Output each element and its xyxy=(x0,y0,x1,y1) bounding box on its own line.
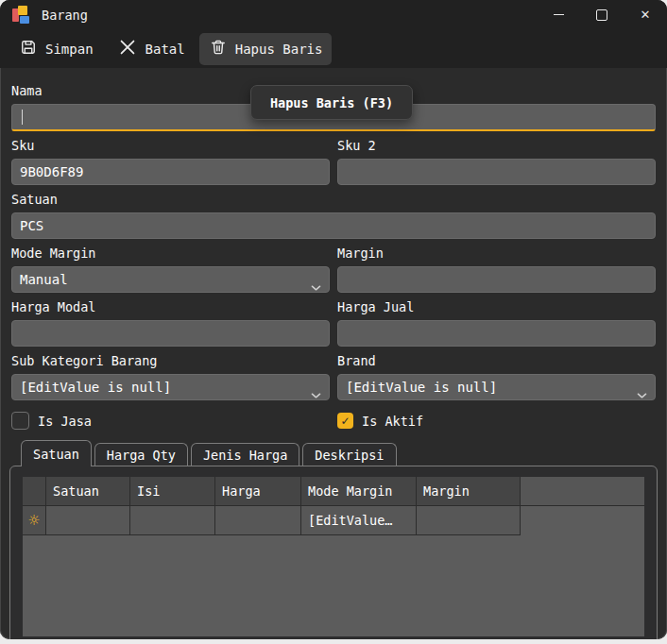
x-icon xyxy=(117,37,138,60)
grid-cell-harga[interactable] xyxy=(215,506,301,535)
mode-margin-dropdown[interactable]: Manual xyxy=(11,266,330,293)
sku-label: Sku xyxy=(11,139,330,152)
app-icon-blue-square xyxy=(20,16,29,24)
tooltip-hapus-baris: Hapus Baris (F3) xyxy=(250,85,413,120)
simpan-button-label: Simpan xyxy=(45,42,94,57)
satuan-label: Satuan xyxy=(11,193,656,206)
grid-cell-mode-margin[interactable]: [EditValue… xyxy=(301,506,417,535)
is-jasa-label: Is Jasa xyxy=(38,414,92,429)
grid-cell-margin[interactable] xyxy=(417,506,521,535)
chevron-down-icon xyxy=(311,275,321,293)
sub-kategori-label: Sub Kategori Barang xyxy=(11,354,330,367)
harga-modal-input[interactable] xyxy=(11,320,330,347)
satuan-grid: Satuan Isi Harga Mode Margin Margin ☼ [E… xyxy=(23,477,644,636)
is-aktif-label: Is Aktif xyxy=(362,414,423,429)
grid-col-margin[interactable]: Margin xyxy=(417,477,521,506)
satuan-input[interactable]: PCS xyxy=(11,212,656,239)
mode-margin-label: Mode Margin xyxy=(11,246,330,260)
brand-dropdown[interactable]: [EditValue is null] xyxy=(337,374,656,400)
grid-cell-satuan[interactable] xyxy=(46,506,130,535)
tab-strip: Satuan Harga Qty Jenis Harga Deskripsi xyxy=(11,440,656,466)
titlebar: Barang ✕ xyxy=(0,0,667,29)
batal-button-label: Batal xyxy=(145,42,185,57)
tab-satuan[interactable]: Satuan xyxy=(21,440,92,466)
is-jasa-field: Is Jasa xyxy=(11,412,330,430)
floppy-disk-icon xyxy=(19,38,38,59)
sub-kategori-dropdown[interactable]: [EditValue is null] xyxy=(11,374,330,400)
toolbar: Simpan Batal Hapus Baris Hapus Bari xyxy=(0,29,667,68)
close-icon: ✕ xyxy=(641,8,651,21)
grid-cell-isi[interactable] xyxy=(130,506,215,535)
simpan-button[interactable]: Simpan xyxy=(9,33,103,65)
grid-new-row: ☼ [EditValue… xyxy=(23,506,644,535)
chevron-down-icon xyxy=(311,382,321,400)
grid-col-harga[interactable]: Harga xyxy=(215,477,301,506)
grid-header-filler xyxy=(521,477,644,506)
app-icon-yellow-square xyxy=(18,6,27,15)
minimize-button[interactable] xyxy=(537,0,580,29)
minimize-icon xyxy=(554,14,564,15)
harga-modal-label: Harga Modal xyxy=(11,300,330,314)
brand-label: Brand xyxy=(337,354,656,367)
text-caret xyxy=(22,110,23,125)
is-jasa-checkbox[interactable] xyxy=(11,412,29,430)
is-aktif-field: ✓ Is Aktif xyxy=(337,412,656,430)
tab-jenis-harga[interactable]: Jenis Harga xyxy=(191,443,299,466)
maximize-icon xyxy=(596,9,607,21)
margin-label: Margin xyxy=(337,246,656,260)
trash-icon xyxy=(209,38,228,59)
maximize-button[interactable] xyxy=(580,0,624,29)
tab-panel-satuan: Satuan Isi Harga Mode Margin Margin ☼ [E… xyxy=(9,466,658,639)
hapus-baris-button-label: Hapus Baris xyxy=(235,42,323,57)
window-title: Barang xyxy=(42,8,88,23)
sku-input[interactable]: 9B0D6F89 xyxy=(11,159,330,185)
window-controls: ✕ xyxy=(537,0,667,29)
grid-col-satuan[interactable]: Satuan xyxy=(46,477,130,506)
grid-header-row: Satuan Isi Harga Mode Margin Margin xyxy=(23,477,644,506)
new-row-sun-icon: ☼ xyxy=(27,514,40,528)
batal-button[interactable]: Batal xyxy=(108,33,195,65)
grid-col-mode-margin[interactable]: Mode Margin xyxy=(301,477,417,506)
close-button[interactable]: ✕ xyxy=(624,0,667,29)
grid-indicator-header xyxy=(23,477,46,506)
harga-jual-input[interactable] xyxy=(337,320,656,347)
sku2-label: Sku 2 xyxy=(337,139,656,152)
tab-harga-qty[interactable]: Harga Qty xyxy=(94,443,188,466)
sku2-input[interactable] xyxy=(337,159,656,185)
grid-col-isi[interactable]: Isi xyxy=(130,477,215,506)
is-aktif-checkbox[interactable]: ✓ xyxy=(337,413,353,429)
form-barang: Nama Sku 9B0D6F89 Sku 2 Satuan PCS Mode … xyxy=(0,68,667,639)
app-window: Barang ✕ Simpan Batal xyxy=(0,0,667,639)
harga-jual-label: Harga Jual xyxy=(337,300,656,314)
new-row-indicator: ☼ xyxy=(23,506,46,535)
hapus-baris-button[interactable]: Hapus Baris xyxy=(199,33,333,65)
chevron-down-icon xyxy=(637,382,647,400)
tab-deskripsi[interactable]: Deskripsi xyxy=(302,443,396,466)
app-icon xyxy=(12,6,32,24)
margin-input[interactable] xyxy=(337,266,656,293)
